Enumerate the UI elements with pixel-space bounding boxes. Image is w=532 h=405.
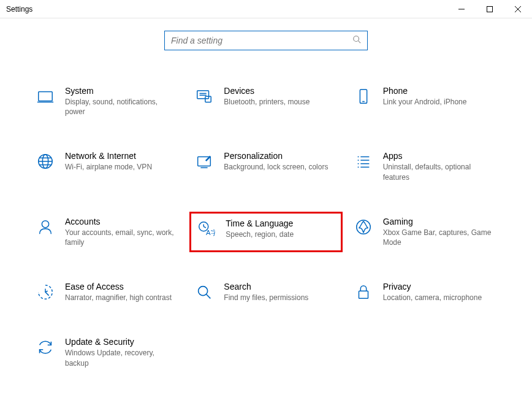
category-subtitle: Location, camera, microphone bbox=[383, 293, 482, 303]
category-personalization[interactable]: Personalization Background, lock screen,… bbox=[189, 146, 342, 187]
category-subtitle: Speech, region, date bbox=[226, 230, 294, 239]
search-input[interactable] bbox=[171, 36, 343, 45]
category-update-security[interactable]: Update & Security Windows Update, recove… bbox=[31, 332, 183, 372]
maximize-button[interactable] bbox=[476, 0, 504, 18]
category-title: Phone bbox=[383, 86, 467, 96]
categories-grid: System Display, sound, notifications, po… bbox=[0, 50, 532, 373]
category-title: Update & Security bbox=[65, 337, 175, 347]
gaming-icon bbox=[351, 217, 376, 236]
svg-rect-1 bbox=[487, 6, 493, 12]
window-controls bbox=[447, 0, 532, 18]
close-icon bbox=[515, 6, 521, 12]
svg-line-37 bbox=[207, 295, 211, 299]
category-title: Ease of Access bbox=[65, 282, 172, 291]
search-icon bbox=[352, 35, 361, 46]
svg-point-36 bbox=[199, 287, 208, 296]
svg-rect-9 bbox=[205, 96, 211, 102]
category-search[interactable]: Search Find my files, permissions bbox=[189, 277, 342, 307]
svg-point-4 bbox=[354, 36, 359, 42]
search-wrap bbox=[0, 31, 532, 50]
minimize-icon bbox=[458, 6, 465, 12]
search-box[interactable] bbox=[164, 31, 368, 50]
titlebar: Settings bbox=[0, 0, 532, 18]
category-subtitle: Find my files, permissions bbox=[224, 293, 308, 303]
category-gaming[interactable]: Gaming Xbox Game Bar, captures, Game Mod… bbox=[349, 212, 501, 252]
category-subtitle: Display, sound, notifications, power bbox=[65, 97, 175, 117]
devices-icon bbox=[192, 86, 216, 106]
category-subtitle: Xbox Game Bar, captures, Game Mode bbox=[383, 228, 493, 247]
category-subtitle: Background, lock screen, colors bbox=[224, 162, 328, 172]
category-title: Network & Internet bbox=[65, 151, 152, 161]
category-title: Gaming bbox=[383, 217, 493, 226]
system-icon bbox=[33, 86, 58, 106]
privacy-icon bbox=[351, 282, 376, 301]
category-title: Personalization bbox=[224, 151, 328, 161]
minimize-button[interactable] bbox=[447, 0, 476, 18]
svg-rect-8 bbox=[197, 91, 209, 99]
category-subtitle: Narrator, magnifier, high contrast bbox=[65, 293, 172, 303]
ease-of-access-icon bbox=[33, 282, 58, 301]
personalization-icon bbox=[192, 151, 216, 171]
close-button[interactable] bbox=[504, 0, 532, 18]
category-subtitle: Link your Android, iPhone bbox=[383, 97, 467, 107]
window-title: Settings bbox=[6, 5, 32, 14]
svg-line-32 bbox=[204, 226, 207, 228]
category-subtitle: Bluetooth, printers, mouse bbox=[224, 97, 310, 107]
category-subtitle: Windows Update, recovery, backup bbox=[65, 348, 175, 368]
svg-rect-38 bbox=[359, 291, 368, 298]
category-apps[interactable]: Apps Uninstall, defaults, optional featu… bbox=[349, 146, 501, 187]
svg-line-5 bbox=[359, 41, 361, 44]
category-title: Apps bbox=[383, 151, 493, 161]
category-ease-of-access[interactable]: Ease of Access Narrator, magnifier, high… bbox=[31, 277, 183, 307]
category-devices[interactable]: Devices Bluetooth, printers, mouse bbox=[189, 81, 342, 122]
category-title: Time & Language bbox=[226, 218, 294, 228]
category-title: Devices bbox=[224, 86, 310, 96]
phone-icon bbox=[351, 86, 376, 106]
category-title: Accounts bbox=[65, 217, 175, 226]
globe-icon bbox=[33, 151, 58, 171]
category-title: Privacy bbox=[383, 282, 482, 291]
accounts-icon bbox=[33, 217, 58, 236]
category-privacy[interactable]: Privacy Location, camera, microphone bbox=[349, 277, 501, 307]
category-accounts[interactable]: Accounts Your accounts, email, sync, wor… bbox=[31, 212, 183, 252]
category-title: System bbox=[65, 86, 175, 96]
category-time-language[interactable]: A字 Time & Language Speech, region, date bbox=[189, 212, 342, 252]
time-language-icon: A字 bbox=[194, 218, 218, 238]
category-title: Search bbox=[224, 282, 308, 291]
svg-rect-6 bbox=[39, 92, 53, 101]
category-subtitle: Uninstall, defaults, optional features bbox=[383, 162, 493, 182]
category-subtitle: Your accounts, email, sync, work, family bbox=[65, 228, 175, 247]
search-category-icon bbox=[192, 282, 216, 301]
category-subtitle: Wi-Fi, airplane mode, VPN bbox=[65, 162, 152, 172]
apps-icon bbox=[351, 151, 376, 171]
update-icon bbox=[33, 337, 58, 357]
category-network[interactable]: Network & Internet Wi-Fi, airplane mode,… bbox=[31, 146, 183, 187]
svg-point-29 bbox=[42, 220, 48, 227]
category-system[interactable]: System Display, sound, notifications, po… bbox=[31, 81, 183, 122]
svg-text:A字: A字 bbox=[206, 229, 215, 236]
category-phone[interactable]: Phone Link your Android, iPhone bbox=[349, 81, 501, 122]
maximize-icon bbox=[487, 6, 493, 12]
